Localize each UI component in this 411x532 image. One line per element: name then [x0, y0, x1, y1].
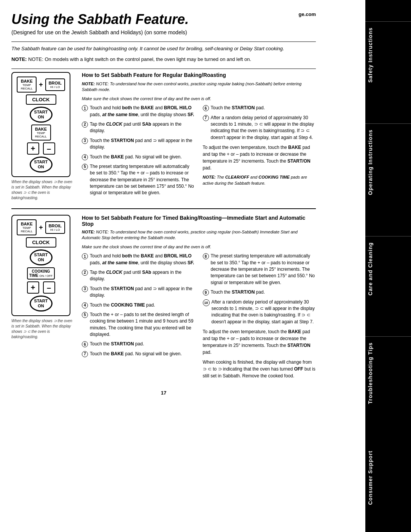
step2-num-7: 7	[82, 351, 88, 357]
section1: BAKE TEMPRECALL + BROIL HI / LO CLOCK	[11, 72, 316, 201]
broil-pad-s2[interactable]: BROIL HI / LO	[45, 221, 65, 234]
start-on-btn-s2a[interactable]: START ON	[30, 249, 53, 265]
step-num-3: 3	[82, 138, 88, 144]
step-2-8: 8 The preset starting temperature will a…	[203, 253, 316, 286]
step2-num-9: 9	[203, 289, 209, 296]
step2-text-1: Touch and hold both the BAKE and BROIL H…	[90, 253, 195, 266]
section1-right: How to Set Sabbath Feature for Regular B…	[82, 72, 316, 201]
subtitle: (Designed for use on the Jewish Sabbath …	[11, 29, 189, 35]
step-num-7: 7	[203, 115, 209, 121]
step-2-5: 5 Touch the + or – pads to set the desir…	[82, 312, 195, 338]
start-label: START	[34, 110, 48, 115]
section2-left: BAKE TEMPRECALL + BROIL HI / LO CLOCK	[11, 215, 74, 382]
bake-row-2: BAKE TEMPRECALL	[15, 125, 67, 141]
bake-pad[interactable]: BAKE TEMPRECALL	[17, 77, 37, 93]
step-1-5: 5 The preset starting temperature will a…	[82, 163, 195, 197]
step-1-3: 3 Touch the START/ON pad and ⊃ will appe…	[82, 137, 195, 151]
cooking-time-row: COOKINGTIME ON / OFF	[15, 267, 67, 280]
step-1-6: 6 Touch the START/ON pad.	[203, 105, 316, 111]
step-2-10: 10 After a random delay period of approx…	[203, 299, 316, 326]
minus-btn[interactable]: –	[43, 142, 55, 155]
step2-num-2: 2	[82, 270, 88, 276]
note-main: NOTE: NOTE: On models with a light switc…	[11, 56, 316, 63]
broil-sub: HI / LO	[48, 85, 62, 89]
on-label: ON	[38, 115, 44, 120]
bake-pad-s2[interactable]: BAKE TEMPRECALL	[17, 219, 37, 235]
step-2-7: 7 Touch the BAKE pad. No signal will be …	[82, 351, 195, 357]
step-2-1: 1 Touch and hold both the BAKE and BROIL…	[82, 253, 195, 266]
step2-text-2: Tap the CLOCK pad until SAb appears in t…	[90, 269, 195, 283]
step2-text-9: Touch the START/ON pad.	[211, 289, 265, 296]
plus-minus-row-2: + –	[15, 281, 67, 294]
sidebar-tab-troubleshooting[interactable]: Troubleshooting Tips	[365, 336, 411, 410]
broil-sub-s2: HI / LO	[48, 228, 62, 232]
start-on-row-s2b: START ON	[15, 296, 67, 312]
start-on-row-2: START ON	[15, 157, 67, 173]
step-2-9: 9 Touch the START/ON pad.	[203, 289, 316, 296]
step2-num-5: 5	[82, 312, 88, 318]
step-2-3: 3 Touch the START/ON pad and ⊃ will appe…	[82, 286, 195, 299]
start-label-2: START	[34, 160, 48, 165]
main-content: Using the Sabbath Feature. (Designed for…	[0, 0, 327, 407]
step2-text-4: Touch the COOKING TIME pad.	[90, 302, 155, 308]
step-text-1-1: Touch and hold both the BAKE and BROIL H…	[90, 105, 195, 118]
note-clear: NOTE: The CLEAR/OFF and COOKING TIME pad…	[203, 174, 316, 186]
section2-note2: Make sure the clock shows the correct ti…	[82, 244, 316, 250]
bake-broil-row: BAKE TEMPRECALL + BROIL HI / LO	[15, 77, 67, 93]
start-on-btn-1[interactable]: START ON	[30, 107, 53, 123]
clock-row-2: CLOCK	[15, 237, 67, 248]
clock-pad[interactable]: CLOCK	[26, 94, 56, 105]
step-num-1: 1	[82, 105, 88, 111]
control-panel-1: BAKE TEMPRECALL + BROIL HI / LO CLOCK	[11, 72, 70, 177]
step-num-2: 2	[82, 121, 88, 128]
sidebar-tab-safety[interactable]: Safety Instructions	[365, 21, 411, 88]
start-on-btn-2[interactable]: START ON	[30, 157, 53, 173]
page-title: Using the Sabbath Feature.	[11, 11, 189, 27]
sidebar-tab-consumer[interactable]: Consumer Support	[365, 445, 411, 511]
caption-2: When the display shows ⊃ the oven is set…	[11, 318, 74, 340]
plus-icon-2: +	[39, 224, 43, 232]
steps-col-right-1: 6 Touch the START/ON pad. 7 After a rand…	[203, 105, 316, 200]
step2-num-1: 1	[82, 253, 88, 259]
clock-row: CLOCK	[15, 94, 67, 105]
cooking-time-pad[interactable]: COOKINGTIME ON / OFF	[27, 267, 55, 280]
section2: BAKE TEMPRECALL + BROIL HI / LO CLOCK	[11, 215, 316, 382]
minus-btn-2[interactable]: –	[43, 281, 55, 294]
plus-btn-2[interactable]: +	[27, 281, 39, 294]
sidebar-tab-operating[interactable]: Operating Instructions	[365, 123, 411, 201]
section1-left: BAKE TEMPRECALL + BROIL HI / LO CLOCK	[11, 72, 74, 201]
bake-sub-2: TEMPRECALL	[34, 131, 48, 138]
step2-num-8: 8	[203, 253, 209, 259]
step-num-4: 4	[82, 154, 88, 160]
step-text-1-7: After a random delay period of approxima…	[211, 115, 316, 141]
step-text-1-3: Touch the START/ON pad and ⊃ will appear…	[90, 137, 195, 151]
clock-pad-2[interactable]: CLOCK	[26, 237, 56, 248]
intro-text: The Sabbath feature can be used for baki…	[11, 45, 316, 53]
start-on-btn-s2b[interactable]: START ON	[30, 296, 53, 312]
broil-pad[interactable]: BROIL HI / LO	[45, 78, 65, 91]
step-num-6: 6	[203, 105, 209, 111]
step2-num-6: 6	[82, 341, 88, 347]
on-label-2: ON	[38, 165, 44, 169]
step2-text-7: Touch the BAKE pad. No signal will be gi…	[90, 351, 182, 357]
section1-heading: How to Set Sabbath Feature for Regular B…	[82, 72, 316, 78]
right-sidebar: Safety Instructions Operating Instructio…	[365, 0, 411, 532]
plus-icon: +	[39, 81, 43, 89]
plus-btn[interactable]: +	[27, 142, 39, 155]
finish-note: When cooking is finished, the display wi…	[203, 359, 316, 379]
step2-num-4: 4	[82, 302, 88, 308]
control-panel-2: BAKE TEMPRECALL + BROIL HI / LO CLOCK	[11, 215, 70, 316]
page-number: 17	[11, 390, 316, 396]
start-on-row-1: START ON	[15, 107, 67, 123]
section2-right: How to Set Sabbath Feature for Timed Bak…	[82, 215, 316, 382]
sidebar-tab-care[interactable]: Care and Cleaning	[365, 236, 411, 301]
step-2-2: 2 Tap the CLOCK pad until SAb appears in…	[82, 269, 195, 283]
bake-pad-2[interactable]: BAKE TEMPRECALL	[31, 125, 51, 141]
steps-col-right-2: 8 The preset starting temperature will a…	[203, 253, 316, 382]
section1-note2: Make sure the clock shows the correct ti…	[82, 96, 316, 102]
caption-1: When the display shows ⊃ the oven is set…	[11, 179, 74, 201]
step2-text-10: After a random delay period of approxima…	[212, 299, 316, 326]
adjust-note-2: To adjust the oven temperature, touch th…	[203, 328, 316, 356]
step2-text-6: Touch the START/ON pad.	[90, 341, 144, 347]
cooking-time-sub: ON / OFF	[40, 274, 53, 278]
